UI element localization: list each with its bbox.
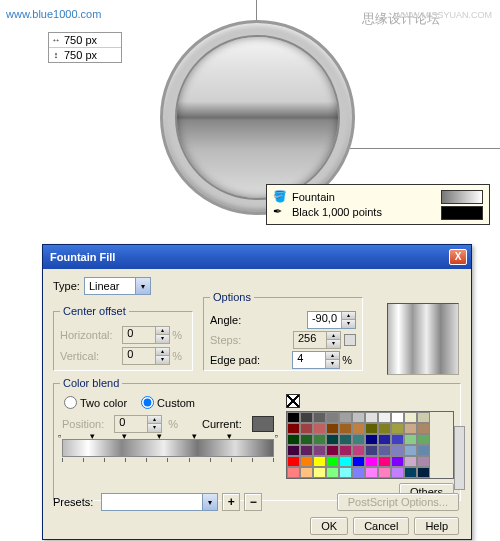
- color-swatch[interactable]: [287, 423, 300, 434]
- color-swatch[interactable]: [300, 445, 313, 456]
- color-swatch[interactable]: [417, 467, 430, 478]
- color-swatch[interactable]: [287, 445, 300, 456]
- color-swatch[interactable]: [326, 423, 339, 434]
- color-swatch[interactable]: [326, 456, 339, 467]
- color-swatch[interactable]: [391, 412, 404, 423]
- preset-add-button[interactable]: +: [222, 493, 240, 511]
- color-swatch[interactable]: [313, 434, 326, 445]
- color-swatch[interactable]: [339, 445, 352, 456]
- width-value[interactable]: 750 px: [64, 34, 97, 46]
- color-swatch[interactable]: [404, 456, 417, 467]
- color-swatch[interactable]: [404, 412, 417, 423]
- help-button[interactable]: Help: [414, 517, 459, 535]
- color-swatch[interactable]: [365, 445, 378, 456]
- color-swatch[interactable]: [287, 456, 300, 467]
- angle-spinner[interactable]: -90,0▴▾: [307, 311, 356, 329]
- color-swatch[interactable]: [326, 467, 339, 478]
- cancel-button[interactable]: Cancel: [353, 517, 409, 535]
- chevron-down-icon[interactable]: ▾: [202, 494, 217, 510]
- color-swatch[interactable]: [417, 456, 430, 467]
- color-swatch[interactable]: [313, 423, 326, 434]
- color-swatch[interactable]: [391, 467, 404, 478]
- color-swatch[interactable]: [391, 423, 404, 434]
- color-swatch[interactable]: [417, 423, 430, 434]
- ok-button[interactable]: OK: [310, 517, 348, 535]
- color-swatch[interactable]: [378, 456, 391, 467]
- type-combo[interactable]: Linear ▾: [84, 277, 151, 295]
- current-label: Current:: [202, 418, 242, 430]
- current-color-swatch[interactable]: [252, 416, 274, 432]
- color-swatch[interactable]: [300, 467, 313, 478]
- color-swatch[interactable]: [417, 445, 430, 456]
- color-swatch[interactable]: [352, 412, 365, 423]
- dialog-title: Fountain Fill: [47, 251, 449, 263]
- fill-type-label: Fountain: [292, 191, 335, 203]
- color-swatch[interactable]: [365, 412, 378, 423]
- color-swatch[interactable]: [404, 434, 417, 445]
- color-swatch[interactable]: [300, 456, 313, 467]
- color-swatch[interactable]: [339, 412, 352, 423]
- source-url: www.blue1000.com: [6, 8, 101, 20]
- group-title: Color blend: [60, 377, 122, 389]
- color-swatch[interactable]: [339, 434, 352, 445]
- color-swatch[interactable]: [313, 412, 326, 423]
- color-swatch[interactable]: [313, 467, 326, 478]
- position-label: Position:: [62, 418, 104, 430]
- color-swatch[interactable]: [404, 445, 417, 456]
- color-swatch[interactable]: [300, 423, 313, 434]
- color-swatch[interactable]: [326, 412, 339, 423]
- palette-scrollbar[interactable]: [454, 426, 465, 490]
- color-swatch[interactable]: [339, 423, 352, 434]
- color-swatch[interactable]: [326, 434, 339, 445]
- color-swatch[interactable]: [313, 445, 326, 456]
- gradient-editor[interactable]: ▫▾▾▾▾▾▫: [62, 439, 274, 462]
- color-swatch[interactable]: [365, 423, 378, 434]
- no-color-swatch[interactable]: [286, 394, 300, 408]
- color-swatch[interactable]: [378, 434, 391, 445]
- color-swatch[interactable]: [300, 434, 313, 445]
- color-swatch[interactable]: [378, 445, 391, 456]
- color-swatch[interactable]: [365, 467, 378, 478]
- close-button[interactable]: X: [449, 249, 467, 265]
- steps-label: Steps:: [210, 334, 241, 346]
- color-swatch[interactable]: [352, 423, 365, 434]
- color-swatch[interactable]: [352, 467, 365, 478]
- dialog-titlebar[interactable]: Fountain Fill X: [43, 245, 471, 269]
- edgepad-spinner[interactable]: 4▴▾: [292, 351, 340, 369]
- color-swatch[interactable]: [391, 434, 404, 445]
- two-color-radio[interactable]: Two color: [64, 396, 127, 409]
- color-swatch[interactable]: [404, 423, 417, 434]
- color-swatch[interactable]: [287, 434, 300, 445]
- color-swatch[interactable]: [326, 445, 339, 456]
- color-swatch[interactable]: [352, 434, 365, 445]
- presets-combo[interactable]: ▾: [101, 493, 218, 511]
- color-swatch[interactable]: [404, 467, 417, 478]
- preset-remove-button[interactable]: −: [244, 493, 262, 511]
- color-swatch[interactable]: [378, 467, 391, 478]
- color-swatch[interactable]: [352, 456, 365, 467]
- custom-radio[interactable]: Custom: [141, 396, 195, 409]
- color-swatch[interactable]: [378, 412, 391, 423]
- color-swatch[interactable]: [417, 412, 430, 423]
- color-swatch[interactable]: [365, 434, 378, 445]
- color-swatch[interactable]: [287, 412, 300, 423]
- color-swatch[interactable]: [339, 456, 352, 467]
- color-swatch[interactable]: [417, 434, 430, 445]
- vertical-spinner: 0▴▾: [122, 347, 170, 365]
- color-swatch[interactable]: [378, 423, 391, 434]
- color-swatch[interactable]: [300, 412, 313, 423]
- lock-icon[interactable]: [344, 334, 356, 346]
- color-swatch[interactable]: [339, 467, 352, 478]
- color-swatch[interactable]: [365, 456, 378, 467]
- color-swatch[interactable]: [313, 456, 326, 467]
- group-title: Options: [210, 291, 254, 303]
- color-swatch[interactable]: [287, 467, 300, 478]
- color-swatch[interactable]: [391, 445, 404, 456]
- chevron-down-icon[interactable]: ▾: [135, 278, 150, 294]
- watermark-url: WWW.MISSYUAN.COM: [394, 10, 492, 20]
- color-swatch[interactable]: [391, 456, 404, 467]
- status-tooltip: 🪣Fountain ✒Black 1,000 points: [266, 184, 490, 225]
- pen-icon: ✒: [273, 205, 287, 219]
- color-swatch[interactable]: [352, 445, 365, 456]
- height-value[interactable]: 750 px: [64, 49, 97, 61]
